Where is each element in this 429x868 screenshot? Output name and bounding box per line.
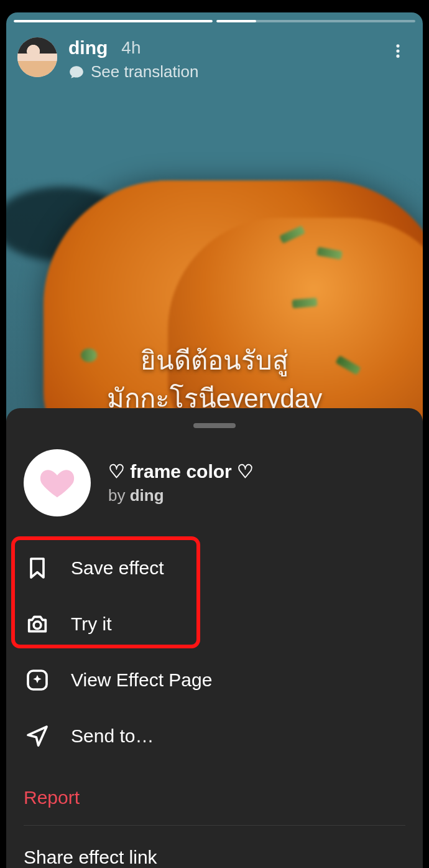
bookmark-icon	[24, 554, 51, 582]
share-effect-link-button[interactable]: Share effect link	[24, 829, 405, 868]
caption-line: ยินดีต้อนรับสู่	[19, 342, 410, 380]
save-effect-button[interactable]: Save effect	[24, 540, 405, 596]
see-translation-label: See translation	[91, 62, 198, 82]
sheet-drag-handle[interactable]	[193, 423, 236, 428]
effect-header[interactable]: ♡ frame color ♡ by ding	[6, 443, 423, 534]
effect-author-line: by ding	[108, 486, 254, 505]
share-effect-link-label: Share effect link	[24, 847, 157, 868]
story-caption: ยินดีต้อนรับสู่ มักกะโรนีeveryday	[6, 342, 423, 418]
try-it-label: Try it	[71, 614, 112, 635]
try-it-button[interactable]: Try it	[24, 596, 405, 652]
svg-point-2	[396, 55, 399, 58]
effect-by-prefix: by	[108, 486, 130, 505]
send-icon	[24, 722, 51, 750]
report-label: Report	[24, 787, 80, 808]
chat-bubble-icon	[68, 64, 85, 80]
story-header: ding 4h See translation	[17, 37, 412, 82]
view-effect-page-button[interactable]: View Effect Page	[24, 652, 405, 708]
camera-icon	[24, 610, 51, 638]
effect-menu: Save effect Try it View Effect Page Send…	[6, 534, 423, 868]
progress-segment	[14, 20, 213, 22]
story-author-username[interactable]: ding	[68, 37, 108, 58]
svg-point-0	[396, 44, 399, 47]
effect-name: ♡ frame color ♡	[108, 460, 254, 482]
effect-bottom-sheet: ♡ frame color ♡ by ding Save effect Try …	[6, 408, 423, 868]
sparkle-icon	[24, 666, 51, 694]
screen: ding 4h See translation ยินดีต้อนรับสู่ …	[0, 0, 429, 868]
heart-icon	[38, 464, 76, 502]
effect-author[interactable]: ding	[130, 486, 164, 505]
see-translation-button[interactable]: See translation	[68, 62, 198, 82]
save-effect-label: Save effect	[71, 558, 164, 579]
effect-thumbnail	[24, 449, 91, 516]
send-to-label: Send to…	[71, 726, 154, 747]
divider	[24, 825, 405, 826]
story-progress-bar	[14, 20, 415, 22]
send-to-button[interactable]: Send to…	[24, 708, 405, 764]
more-options-button[interactable]	[384, 37, 412, 65]
story-timestamp: 4h	[121, 38, 141, 58]
svg-point-3	[34, 622, 41, 629]
svg-point-1	[396, 49, 399, 52]
story-author-avatar[interactable]	[17, 37, 57, 77]
view-effect-page-label: View Effect Page	[71, 670, 212, 691]
progress-segment	[216, 20, 415, 22]
report-button[interactable]: Report	[24, 764, 405, 820]
